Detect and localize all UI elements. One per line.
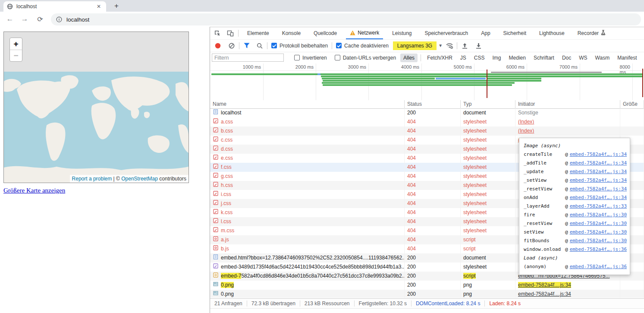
status-cell: 404 <box>405 136 461 145</box>
tab-close-icon[interactable]: ✕ <box>95 3 103 9</box>
throttling-select[interactable]: Langsames 3G <box>393 41 437 50</box>
source-location-link[interactable]: embed-7582a4f….js:36 <box>570 245 627 254</box>
initiator-link[interactable]: (Index) <box>518 119 534 125</box>
filter-type-wasm[interactable]: Wasm <box>592 54 613 62</box>
preserve-log-checkbox[interactable]: Protokoll beibehalten <box>271 43 328 49</box>
source-location-link[interactable]: embed-7582a4f….js:34 <box>570 168 627 176</box>
status-cell: 404 <box>405 154 461 163</box>
initiator-cell: embed-7582a4f....js:34 <box>515 281 620 290</box>
table-row[interactable]: localhost200documentSonstige <box>210 108 644 117</box>
report-problem-link[interactable]: Report a problem <box>72 176 112 182</box>
zoom-out-button[interactable]: − <box>10 50 22 61</box>
devtools-tab-quellcode[interactable]: Quellcode <box>310 28 341 39</box>
column-header-initiator[interactable]: Initiator <box>515 100 620 108</box>
source-location-link[interactable]: embed-7582a4f….js:36 <box>570 262 627 271</box>
filter-type-manifest[interactable]: Manifest <box>614 54 640 62</box>
import-har-icon[interactable] <box>459 41 470 51</box>
initiator-link[interactable]: embed-7582a4f....js:34 <box>518 282 571 288</box>
source-location-link[interactable]: embed-7582a4f….js:33 <box>570 202 627 211</box>
status-cell: 200 <box>405 272 461 281</box>
devtools-tab-app[interactable]: App <box>477 28 494 39</box>
network-conditions-icon[interactable] <box>444 41 455 51</box>
filter-type-schriftart[interactable]: Schriftart <box>531 54 557 62</box>
export-har-icon[interactable] <box>473 41 484 51</box>
back-icon[interactable]: ← <box>4 13 16 25</box>
reload-icon[interactable]: ⟳ <box>35 13 46 25</box>
record-icon[interactable] <box>213 41 223 51</box>
devtools-tab-recorder[interactable]: Recorder <box>574 28 609 39</box>
source-location-link[interactable]: embed-7582a4f….js:30 <box>570 237 627 245</box>
filter-type-img[interactable]: Img <box>490 54 504 62</box>
filter-type-alles[interactable]: Alles <box>400 54 418 62</box>
at-symbol: @ <box>565 150 568 159</box>
filter-type-medien[interactable]: Medien <box>506 54 529 62</box>
larger-map-link[interactable]: Größere Karte anzeigen <box>3 187 65 194</box>
waterfall-bar-blue <box>317 73 320 75</box>
source-location-link[interactable]: embed-7582a4f….js:30 <box>570 219 627 228</box>
waterfall-bar-green <box>323 84 512 86</box>
network-overview-timeline[interactable]: 1000 ms2000 ms3000 ms4000 ms5000 ms6000 … <box>210 63 644 101</box>
initiator-cell: embed-7582a4f....js:34 <box>515 290 620 298</box>
device-toolbar-icon[interactable] <box>225 28 236 38</box>
devtools-tab-leistung[interactable]: Leistung <box>388 28 415 39</box>
column-header-gre[interactable]: Größe <box>620 100 644 108</box>
stylesheet-icon <box>213 199 221 208</box>
openstreetmap-link[interactable]: OpenStreetMap <box>121 176 158 182</box>
filter-type-css[interactable]: CSS <box>471 54 488 62</box>
devtools-tab-konsole[interactable]: Konsole <box>278 28 305 39</box>
devtools-tab-sicherheit[interactable]: Sicherheit <box>499 28 530 39</box>
table-row[interactable]: 0.png200pngembed-7582a4f....js:34 <box>210 290 644 298</box>
forward-icon[interactable]: → <box>19 13 30 25</box>
table-row[interactable]: a.css404stylesheet(Index) <box>210 117 644 126</box>
tab-title: localhost <box>16 3 95 9</box>
table-row[interactable]: 0.png200pngembed-7582a4f....js:34 <box>210 281 644 290</box>
timeline-gridline <box>632 63 633 100</box>
column-header-name[interactable]: Name <box>210 100 405 108</box>
clear-icon[interactable] <box>226 41 237 51</box>
devtools-tab-lighthouse[interactable]: Lighthouse <box>535 28 569 39</box>
source-location-link[interactable]: embed-7582a4f….js:34 <box>570 185 627 193</box>
filter-type-ws[interactable]: WS <box>576 54 590 62</box>
column-header-typ[interactable]: Typ <box>461 100 515 108</box>
waterfall-bar-green <box>321 76 643 77</box>
devtools-tab-netzwerk[interactable]: Netzwerk <box>346 28 383 39</box>
new-tab-button[interactable]: + <box>111 1 122 11</box>
column-header-status[interactable]: Status <box>405 100 461 108</box>
invert-checkbox[interactable]: Invertieren <box>294 55 327 61</box>
source-location-link[interactable]: embed-7582a4f….js:34 <box>570 193 627 202</box>
chevron-down-icon[interactable]: ▼ <box>438 43 443 48</box>
source-location-link[interactable]: embed-7582a4f….js:34 <box>570 159 627 168</box>
type-cell: stylesheet <box>461 217 515 226</box>
address-bar[interactable]: localhost <box>51 13 641 25</box>
devtools-tab-speicherverbrauch[interactable]: Speicherverbrauch <box>421 28 472 39</box>
source-location-link[interactable]: embed-7582a4f….js:30 <box>570 211 627 219</box>
devtools-tab-elemente[interactable]: Elemente <box>243 28 273 39</box>
filter-type-js[interactable]: JS <box>457 54 469 62</box>
browser-tab[interactable]: localhost ✕ <box>3 1 106 12</box>
source-location-link[interactable]: embed-7582a4f….js:30 <box>570 228 627 237</box>
stack-frame-row: onAdd@embed-7582a4f….js:34 <box>524 193 625 202</box>
filter-type-fetchxhr[interactable]: Fetch/XHR <box>424 54 456 62</box>
filter-type-sonstige[interactable]: Sonstige <box>642 54 644 62</box>
initiator-link[interactable]: embed-7582a4f....js:34 <box>518 291 571 297</box>
zoom-in-button[interactable]: + <box>10 38 22 50</box>
hide-data-urls-checkbox[interactable]: Daten-URLs verbergen <box>335 55 396 61</box>
stack-frame-row: (anonym)@embed-7582a4f….js:36 <box>524 262 625 271</box>
initiator-link[interactable]: (Index) <box>518 128 534 134</box>
search-icon[interactable] <box>254 41 265 51</box>
filter-icon[interactable] <box>242 41 252 51</box>
filter-type-doc[interactable]: Doc <box>559 54 574 62</box>
document-icon <box>213 253 221 262</box>
request-name: d.css <box>221 145 233 154</box>
request-name-cell: j.css <box>210 199 405 208</box>
filter-input[interactable] <box>212 54 284 62</box>
leaflet-map[interactable]: + − Report a problem | © OpenStreetMap c… <box>3 32 189 183</box>
request-name-cell: h.css <box>210 181 405 190</box>
source-location-link[interactable]: embed-7582a4f….js:34 <box>570 176 627 185</box>
table-row[interactable]: b.css404stylesheet(Index) <box>210 126 644 136</box>
size-cell <box>620 108 644 117</box>
disable-cache-checkbox[interactable]: Cache deaktivieren <box>336 43 389 49</box>
network-filter-bar: Invertieren Daten-URLs verbergen AllesFe… <box>210 52 644 64</box>
inspect-element-icon[interactable] <box>212 28 223 38</box>
source-location-link[interactable]: embed-7582a4f….js:34 <box>570 150 627 159</box>
